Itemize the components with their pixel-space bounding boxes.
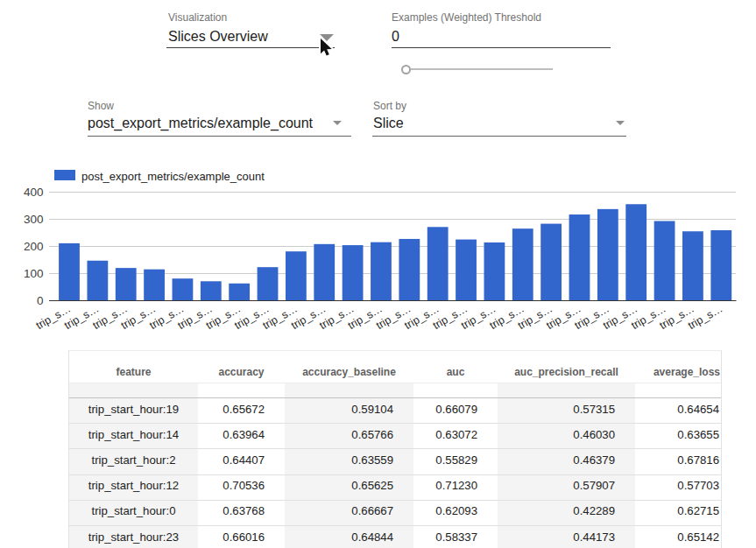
svg-text:200: 200: [24, 240, 44, 253]
svg-text:post_export_metrics/example_co: post_export_metrics/example_count: [81, 170, 265, 183]
svg-text:100: 100: [24, 267, 44, 280]
svg-text:400: 400: [24, 186, 44, 199]
svg-text:0: 0: [37, 294, 44, 307]
svg-text:300: 300: [24, 213, 44, 226]
